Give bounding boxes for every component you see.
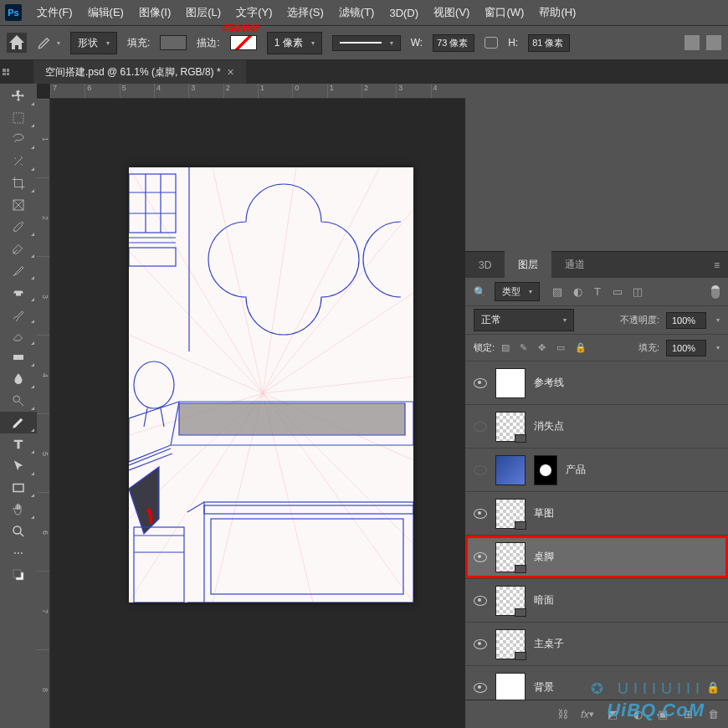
- stroke-style-dropdown[interactable]: ▾: [332, 35, 401, 51]
- brush-tool[interactable]: [0, 259, 37, 281]
- menu-view[interactable]: 视图(V): [433, 5, 469, 20]
- layer-visibility-icon[interactable]: [474, 378, 487, 388]
- menu-image[interactable]: 图像(I): [139, 5, 171, 20]
- foreground-background-colors[interactable]: [0, 564, 37, 586]
- filter-type-icon[interactable]: T: [592, 286, 603, 298]
- opacity-input[interactable]: 100%: [666, 312, 706, 329]
- layer-name[interactable]: 产品: [566, 463, 586, 477]
- lock-all-icon[interactable]: 🔒: [575, 342, 587, 354]
- link-layers-icon[interactable]: ⛓: [556, 708, 569, 721]
- layer-visibility-icon[interactable]: [474, 639, 487, 649]
- lock-artboard-icon[interactable]: ▭: [556, 342, 568, 354]
- tool-preset-dropdown[interactable]: ▾: [57, 39, 60, 47]
- path-operations-icon[interactable]: [684, 35, 700, 50]
- menu-filter[interactable]: 滤镜(T): [339, 5, 375, 20]
- layer-thumbnail[interactable]: [495, 455, 525, 485]
- canvas[interactable]: [129, 167, 413, 602]
- zoom-tool[interactable]: [0, 520, 37, 542]
- rectangle-tool[interactable]: [0, 477, 37, 499]
- new-layer-icon[interactable]: ⊞: [681, 708, 695, 721]
- layer-visibility-icon[interactable]: [474, 552, 487, 562]
- layer-name[interactable]: 草图: [534, 506, 554, 520]
- crop-tool[interactable]: [0, 172, 37, 194]
- panel-menu-icon[interactable]: ≡: [705, 259, 728, 271]
- filter-shape-icon[interactable]: ▭: [612, 286, 623, 298]
- stroke-swatch[interactable]: [230, 35, 257, 50]
- height-input[interactable]: 81 像素: [528, 34, 570, 52]
- layer-item[interactable]: 暗面: [465, 579, 728, 623]
- lock-position-icon[interactable]: ✥: [538, 342, 550, 354]
- marquee-tool[interactable]: [0, 107, 37, 129]
- history-brush-tool[interactable]: [0, 303, 37, 325]
- width-input[interactable]: 73 像素: [433, 34, 474, 52]
- layer-thumbnail[interactable]: [495, 499, 525, 529]
- gradient-tool[interactable]: [0, 346, 37, 368]
- pen-tool[interactable]: [0, 412, 37, 433]
- link-dimensions-icon[interactable]: [484, 37, 498, 49]
- dodge-tool[interactable]: [0, 390, 37, 412]
- clone-stamp-tool[interactable]: [0, 281, 37, 303]
- path-selection-tool[interactable]: [0, 455, 37, 477]
- layer-item[interactable]: 草图: [465, 492, 728, 536]
- filter-type-dropdown[interactable]: 类型▾: [495, 282, 540, 301]
- eraser-tool[interactable]: [0, 325, 37, 346]
- menu-file[interactable]: 文件(F): [37, 5, 73, 20]
- tab-close-icon[interactable]: ×: [228, 65, 234, 79]
- fill-input[interactable]: 100%: [666, 340, 706, 356]
- tab-layers[interactable]: 图层: [505, 251, 551, 279]
- layer-style-icon[interactable]: fx▾: [581, 708, 594, 721]
- path-alignment-icon[interactable]: [706, 35, 721, 50]
- layer-item[interactable]: 背景🔒: [465, 666, 728, 700]
- menu-layer[interactable]: 图层(L): [186, 5, 221, 20]
- layer-name[interactable]: 桌脚: [534, 550, 554, 564]
- layer-item[interactable]: 消失点: [465, 405, 728, 449]
- filter-toggle[interactable]: [711, 285, 720, 299]
- layer-visibility-icon[interactable]: [474, 509, 487, 519]
- eyedropper-tool[interactable]: [0, 216, 37, 238]
- filter-adjustment-icon[interactable]: ◐: [572, 286, 583, 298]
- fill-chevron-icon[interactable]: ▾: [716, 344, 720, 351]
- tab-channels[interactable]: 通道: [551, 251, 598, 279]
- blend-mode-dropdown[interactable]: 正常▾: [474, 309, 574, 331]
- tab-3d[interactable]: 3D: [465, 253, 505, 278]
- adjustment-layer-icon[interactable]: ◐: [631, 708, 644, 721]
- layer-group-icon[interactable]: ▣: [656, 708, 669, 721]
- layer-mask-thumbnail[interactable]: [534, 455, 557, 485]
- layer-name[interactable]: 暗面: [534, 593, 554, 608]
- move-tool[interactable]: [0, 85, 37, 107]
- menu-3d[interactable]: 3D(D): [389, 7, 418, 19]
- opacity-chevron-icon[interactable]: ▾: [716, 316, 720, 324]
- layer-name[interactable]: 参考线: [534, 376, 564, 390]
- edit-toolbar[interactable]: ⋯: [0, 542, 37, 564]
- magic-wand-tool[interactable]: [0, 151, 37, 172]
- menu-type[interactable]: 文字(Y): [236, 5, 272, 20]
- frame-tool[interactable]: [0, 194, 37, 216]
- layer-visibility-icon[interactable]: [474, 683, 487, 693]
- layer-name[interactable]: 背景: [534, 680, 554, 695]
- layer-item[interactable]: 参考线: [465, 361, 728, 405]
- tab-grab-handle[interactable]: [3, 69, 9, 75]
- layer-thumbnail[interactable]: [495, 629, 525, 659]
- stroke-width-input[interactable]: 1 像素▾: [267, 32, 322, 54]
- layer-thumbnail[interactable]: [495, 368, 525, 398]
- filter-pixel-icon[interactable]: ▨: [551, 286, 563, 298]
- filter-smartobject-icon[interactable]: ◫: [632, 286, 643, 298]
- layer-item[interactable]: 桌脚: [465, 536, 728, 579]
- layer-visibility-icon[interactable]: [474, 596, 487, 606]
- document-tab[interactable]: 空间搭建.psd @ 61.1% (桌脚, RGB/8) * ×: [33, 60, 246, 85]
- layer-visibility-icon[interactable]: [474, 465, 487, 475]
- layer-visibility-icon[interactable]: [474, 422, 487, 432]
- delete-layer-icon[interactable]: 🗑: [706, 708, 720, 721]
- fill-swatch[interactable]: [160, 35, 187, 50]
- menu-window[interactable]: 窗口(W): [484, 5, 524, 20]
- layer-thumbnail[interactable]: [495, 412, 525, 442]
- menu-help[interactable]: 帮助(H): [539, 5, 576, 20]
- lock-transparency-icon[interactable]: ▨: [501, 342, 513, 354]
- layer-name[interactable]: 消失点: [534, 419, 564, 433]
- lasso-tool[interactable]: [0, 129, 37, 151]
- shape-mode-dropdown[interactable]: 形状▾: [70, 32, 117, 54]
- menu-select[interactable]: 选择(S): [287, 5, 323, 20]
- healing-brush-tool[interactable]: [0, 238, 37, 259]
- layer-thumbnail[interactable]: [495, 586, 525, 616]
- lock-image-icon[interactable]: ✎: [520, 342, 531, 354]
